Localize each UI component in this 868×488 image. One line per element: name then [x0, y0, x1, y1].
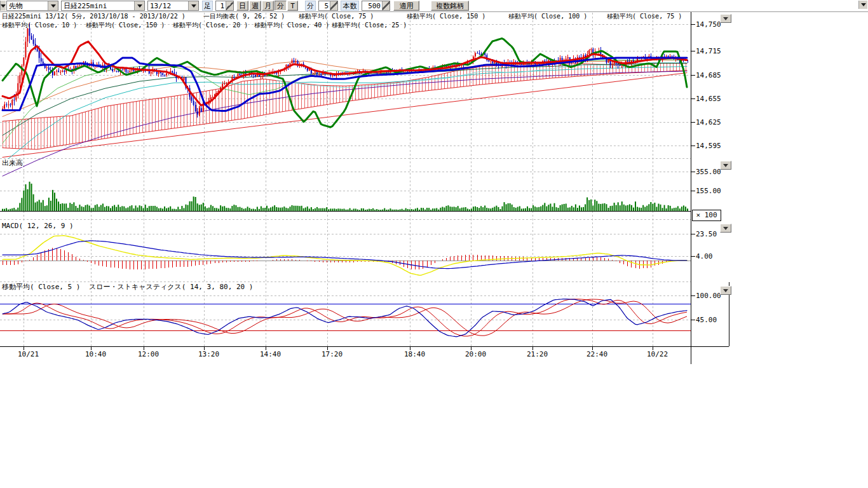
price-axis-label: 14,595	[696, 142, 721, 150]
price-axis-menu-button[interactable]	[720, 14, 731, 23]
chevron-down-icon[interactable]	[188, 1, 198, 10]
price-axis-label: 14,715	[696, 47, 721, 55]
bar-count-label: 本数	[341, 1, 359, 11]
chevron-down-icon	[191, 4, 196, 8]
chart-application-window: 先物 日経225mini 13/12 足 1 日 週 月 分 T 分 5 本数 …	[0, 0, 868, 488]
stoch-axis-label: 100.00	[696, 292, 721, 300]
ma-label: 移動平均( Close, 150 )	[86, 22, 165, 29]
bar-count-value: 500	[362, 1, 382, 10]
chart-title: 日経225mini 13/12( 5分, 2013/10/18 - 2013/1…	[2, 13, 186, 20]
period-month-button[interactable]: 月	[262, 1, 274, 11]
chevron-down-icon	[861, 3, 866, 6]
macd-axis-label: 4.00	[696, 252, 713, 261]
price-axis-label: 14,655	[696, 95, 721, 103]
price-axis-label: 14,685	[696, 71, 721, 79]
toolbar: 先物 日経225mini 13/12 足 1 日 週 月 分 T 分 5 本数 …	[0, 0, 868, 12]
symbol-combo[interactable]: 日経225mini	[61, 1, 145, 11]
minute-stepper[interactable]: 5	[318, 1, 338, 11]
apply-button[interactable]: 適用	[393, 1, 419, 11]
macd-axis-label: 23.50	[696, 230, 717, 238]
time-axis-label: 10:40	[85, 350, 114, 358]
chevron-down-icon	[723, 227, 728, 230]
time-axis-label: 13:20	[198, 350, 227, 358]
chevron-down-icon	[723, 164, 728, 167]
stepper-icon[interactable]	[382, 1, 390, 10]
bar-interval-value: 1	[216, 1, 226, 10]
time-axis-label: 14:40	[260, 350, 289, 358]
combo-fragment-dropdown[interactable]	[0, 1, 6, 11]
ma-label: 移動平均( Close, 20 )	[173, 22, 248, 29]
volume-multiplier-badge: × 100	[692, 210, 721, 221]
time-axis-label: 17:20	[322, 350, 351, 358]
window-dropdown-button[interactable]	[858, 1, 867, 9]
volume-axis-label: 355.00	[696, 168, 721, 176]
period-tick-button[interactable]: T	[287, 1, 298, 11]
volume-axis-label: 155.00	[696, 187, 721, 195]
stoch-axis-menu-button[interactable]	[720, 286, 731, 295]
stepper-icon[interactable]	[330, 1, 337, 10]
time-axis-label: 10/21	[18, 350, 47, 358]
time-axis-label: 22:40	[587, 350, 616, 358]
symbol-value: 日経225mini	[62, 1, 134, 10]
volume-pane-label: 出来高	[2, 159, 23, 167]
macd-axis-menu-button[interactable]	[720, 224, 731, 233]
stepper-icon[interactable]	[226, 1, 233, 10]
chevron-down-icon[interactable]	[48, 1, 58, 10]
chevron-down-icon[interactable]	[134, 1, 144, 10]
period-day-button[interactable]: 日	[236, 1, 248, 11]
minute-label: 分	[305, 1, 316, 11]
instrument-type-combo[interactable]: 先物	[6, 1, 58, 11]
time-axis-label: 10/22	[647, 350, 676, 358]
macd-pane-label: MACD( 12, 26, 9 )	[2, 222, 74, 230]
chart-canvas	[0, 0, 868, 381]
ma-label: 移動平均( Close, 100 )	[508, 13, 587, 20]
chevron-down-icon	[137, 4, 142, 8]
ma-label: 移動平均( Close, 75 )	[607, 13, 682, 20]
time-axis-label: 21:20	[527, 350, 556, 358]
ma-label: 移動平均( Close, 40 )	[254, 22, 329, 29]
contract-month-combo[interactable]: 13/12	[147, 1, 199, 11]
volume-axis-menu-button[interactable]	[720, 161, 731, 170]
ma-label: 移動平均( Close, 25 )	[332, 22, 407, 29]
period-minute-button[interactable]: 分	[275, 1, 287, 11]
time-axis-label: 18:40	[404, 350, 433, 358]
bar-interval-stepper[interactable]: 1	[215, 1, 234, 11]
contract-month-value: 13/12	[148, 1, 188, 10]
price-axis-label: 14,750	[696, 20, 721, 29]
time-axis-label: 12:00	[138, 350, 167, 358]
chevron-down-icon	[723, 17, 728, 20]
minute-value: 5	[319, 1, 330, 10]
chevron-down-icon	[1, 4, 6, 8]
stoch-ma-label: 移動平均( Close, 5 )	[2, 283, 80, 291]
bar-count-stepper[interactable]: 500	[362, 1, 390, 11]
chevron-down-icon	[51, 4, 56, 8]
ma-label: 移動平均( Close, 150 )	[407, 13, 485, 20]
ma-label: 移動平均( Close, 75 )	[299, 13, 374, 20]
instrument-type-value: 先物	[7, 1, 48, 10]
bar-type-label: 足	[202, 1, 213, 11]
stoch-axis-label: 45.00	[696, 316, 717, 324]
ichimoku-label: 一目均衡表( 9, 26, 52 )	[203, 13, 285, 20]
period-week-button[interactable]: 週	[249, 1, 261, 11]
price-axis-label: 14,625	[696, 118, 721, 126]
time-axis-label: 20:00	[465, 350, 494, 358]
multi-symbol-button[interactable]: 複数銘柄	[431, 1, 469, 11]
stochastics-label: スロー・ストキャスティクス( 14, 3, 80, 20 )	[89, 283, 253, 291]
chevron-down-icon	[723, 289, 728, 292]
ma-label: 移動平均( Close, 10 )	[2, 22, 77, 29]
